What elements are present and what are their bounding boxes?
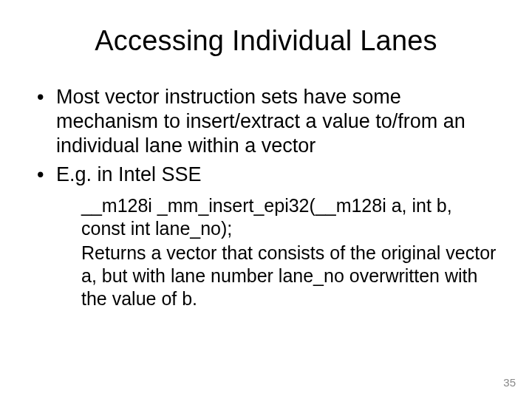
- code-description: Returns a vector that consists of the or…: [81, 242, 497, 310]
- page-number: 35: [503, 376, 516, 389]
- slide: Accessing Individual Lanes Most vector i…: [0, 0, 532, 399]
- page-title: Accessing Individual Lanes: [35, 25, 497, 57]
- bullet-list: Most vector instruction sets have some m…: [35, 85, 497, 187]
- code-signature: __m128i _mm_insert_epi32(__m128i a, int …: [81, 194, 497, 240]
- bullet-item: Most vector instruction sets have some m…: [35, 85, 497, 158]
- bullet-item: E.g. in Intel SSE: [35, 163, 497, 187]
- sub-block: __m128i _mm_insert_epi32(__m128i a, int …: [35, 194, 497, 310]
